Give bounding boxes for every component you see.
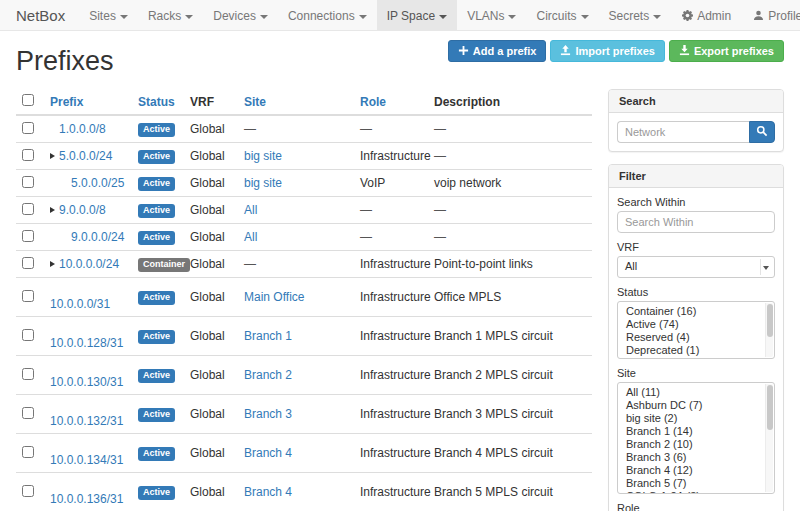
site-option[interactable]: Branch 4 (12) [618,464,764,477]
row-checkbox[interactable] [22,257,34,269]
site-option[interactable]: big site (2) [618,412,764,425]
vrf-select[interactable]: All [617,256,775,278]
site-option[interactable]: Branch 2 (10) [618,438,764,451]
role-cell: Infrastructure [354,434,428,473]
nav-item-connections[interactable]: Connections [278,0,377,30]
select-all-checkbox[interactable] [22,94,34,106]
add-a-prefix-button[interactable]: Add a prefix [448,40,547,62]
site-link[interactable]: All [244,230,257,244]
prefix-link[interactable]: 1.0.0.0/8 [59,122,106,136]
table-row: 9.0.0.0/8ActiveGlobalAll—— [16,197,592,224]
site-link[interactable]: Branch 1 [244,329,292,343]
row-checkbox[interactable] [22,230,34,242]
description-cell: — [428,143,592,170]
scrollbar[interactable] [765,384,773,492]
empty-marker: — [360,122,372,136]
site-link[interactable]: Branch 2 [244,368,292,382]
nav-item-label: Devices [213,9,256,23]
app-brand[interactable]: NetBox [0,0,79,30]
prefix-link[interactable]: 10.0.0.136/31 [50,492,123,506]
site-option[interactable]: Branch 3 (6) [618,451,764,464]
description-cell: Point-to-point links [428,251,592,278]
site-multiselect[interactable]: All (11)Ashburn DC (7)big site (2)Branch… [617,382,775,494]
search-within-input[interactable] [617,211,775,233]
import-prefixes-button[interactable]: Import prefixes [550,40,664,62]
row-checkbox[interactable] [22,446,34,458]
row-checkbox[interactable] [22,122,34,134]
prefix-link[interactable]: 10.0.0.128/31 [50,336,123,350]
row-checkbox[interactable] [22,203,34,215]
site-link[interactable]: All [244,203,257,217]
nav-item-label: IP Space [387,9,435,23]
nav-item-racks[interactable]: Racks [138,0,203,30]
scrollbar[interactable] [765,303,773,357]
row-checkbox[interactable] [22,176,34,188]
table-row: 10.0.0.0/31ActiveGlobalMain OfficeInfras… [16,278,592,317]
prefix-link[interactable]: 9.0.0.0/8 [59,203,106,217]
chevron-down-icon [439,15,447,19]
status-option[interactable]: Reserved (4) [618,331,764,344]
nav-item-ip-space[interactable]: IP Space [377,0,457,30]
search-button[interactable] [749,121,775,143]
nav-item-vlans[interactable]: VLANs [457,0,526,30]
site-link[interactable]: Main Office [244,290,304,304]
row-checkbox[interactable] [22,485,34,497]
nav-item-profile[interactable]: Profile [742,0,800,30]
site-link[interactable]: big site [244,176,282,190]
column-header-status[interactable]: Status [132,89,184,115]
column-header-site[interactable]: Site [238,89,354,115]
site-cell: Branch 2 [238,356,354,395]
table-row: 10.0.0.130/31ActiveGlobalBranch 2Infrast… [16,356,592,395]
search-input[interactable] [617,121,749,143]
prefix-link[interactable]: 9.0.0.0/24 [71,230,124,244]
nav-item-sites[interactable]: Sites [79,0,138,30]
table-row: 10.0.0.134/31ActiveGlobalBranch 4Infrast… [16,434,592,473]
row-checkbox[interactable] [22,290,34,302]
row-checkbox[interactable] [22,407,34,419]
vrf-cell: Global [184,115,238,143]
site-link[interactable]: Branch 3 [244,407,292,421]
site-cell: All [238,197,354,224]
sort-link[interactable]: Prefix [50,95,83,109]
sort-link[interactable]: Status [138,95,175,109]
prefix-link[interactable]: 10.0.0.132/31 [50,414,123,428]
role-cell: Infrastructure [354,356,428,395]
nav-item-secrets[interactable]: Secrets [599,0,672,30]
prefix-table: PrefixStatusVRFSiteRoleDescription 1.0.0… [16,89,592,511]
caret-slot [50,203,59,217]
sort-link[interactable]: Site [244,95,266,109]
nav-item-devices[interactable]: Devices [203,0,278,30]
site-option[interactable]: All (11) [618,386,764,399]
column-header-prefix[interactable]: Prefix [44,89,132,115]
status-multiselect[interactable]: Container (16)Active (74)Reserved (4)Dep… [617,301,775,359]
prefix-link[interactable]: 10.0.0.134/31 [50,453,123,467]
nav-item-label: Connections [288,9,355,23]
status-badge: Active [138,369,175,383]
export-prefixes-button[interactable]: Export prefixes [669,40,784,62]
row-checkbox[interactable] [22,368,34,380]
status-badge: Active [138,486,175,500]
site-option[interactable]: COLO-1-2A (3) [618,490,764,494]
site-link[interactable]: big site [244,149,282,163]
site-option[interactable]: Branch 5 (7) [618,477,764,490]
row-checkbox[interactable] [22,329,34,341]
nav-item-circuits[interactable]: Circuits [526,0,598,30]
prefix-link[interactable]: 10.0.0.0/24 [59,257,119,271]
status-option[interactable]: Deprecated (1) [618,344,764,357]
prefix-link[interactable]: 10.0.0.0/31 [50,297,110,311]
site-option[interactable]: Ashburn DC (7) [618,399,764,412]
site-option[interactable]: Branch 1 (14) [618,425,764,438]
sort-link[interactable]: Role [360,95,386,109]
site-link[interactable]: Branch 4 [244,446,292,460]
column-header-role[interactable]: Role [354,89,428,115]
table-row: 5.0.0.0/25ActiveGlobalbig siteVoIPvoip n… [16,170,592,197]
row-checkbox[interactable] [22,149,34,161]
nav-item-admin[interactable]: Admin [671,0,742,30]
vrf-cell: Global [184,251,238,278]
status-option[interactable]: Active (74) [618,318,764,331]
site-link[interactable]: Branch 4 [244,485,292,499]
prefix-link[interactable]: 5.0.0.0/24 [59,149,112,163]
status-option[interactable]: Container (16) [618,305,764,318]
prefix-link[interactable]: 5.0.0.0/25 [71,176,124,190]
prefix-link[interactable]: 10.0.0.130/31 [50,375,123,389]
